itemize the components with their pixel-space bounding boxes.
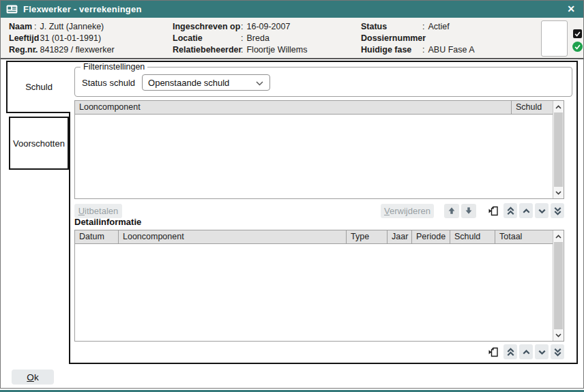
field-label: Huidige fase xyxy=(361,44,422,56)
select-value: Openstaande schuld xyxy=(148,78,229,88)
scroll-down-button[interactable] xyxy=(553,329,564,341)
header-field: Locatie : Breda xyxy=(173,33,307,44)
verwijderen-button[interactable]: Verwijderen xyxy=(381,204,434,218)
tab-schuld[interactable]: Schuld xyxy=(6,61,70,113)
next-row-button[interactable] xyxy=(535,344,549,359)
ok-label: Ok xyxy=(27,372,38,382)
close-button[interactable]: ✕ xyxy=(565,3,577,15)
chevron-down-icon xyxy=(256,81,263,86)
schuld-table[interactable]: Looncomponent Schuld xyxy=(74,100,564,199)
field-value: Breda xyxy=(246,33,269,44)
uitbetalen-label: Uitbetalen xyxy=(78,206,119,216)
ok-button[interactable]: Ok xyxy=(12,370,54,385)
schuld-action-row: Uitbetalen Verwijderen xyxy=(74,203,564,218)
header-field: Leeftijd : 31 (01-01-1991) xyxy=(9,33,115,44)
field-value: J. Zutt (Janneke) xyxy=(40,21,104,33)
field-value: Actief xyxy=(428,21,449,33)
column-header-looncomponent[interactable]: Looncomponent xyxy=(119,230,347,243)
flexwerker-dialog: Flexwerker - verrekeningen ✕ Naam : J. Z… xyxy=(0,0,584,389)
checkmark-icon xyxy=(574,30,581,37)
detail-title: Detailinformatie xyxy=(74,217,141,227)
check-circle-glyph xyxy=(574,43,581,50)
screenshot-canvas: Flexwerker - verrekeningen ✕ Naam : J. Z… xyxy=(0,0,584,392)
photo-placeholder xyxy=(541,20,568,57)
column-header-looncomponent[interactable]: Looncomponent xyxy=(75,101,512,114)
filter-fieldset: Filterinstellingen Status schuld Opensta… xyxy=(74,67,572,97)
detail-table-scrollbar[interactable] xyxy=(553,230,564,341)
record-nav-group xyxy=(484,203,564,218)
scroll-thumb[interactable] xyxy=(554,242,563,329)
field-separator: : xyxy=(34,21,40,33)
verwijderen-label: Verwijderen xyxy=(384,206,430,216)
filter-row: Status schuld Openstaande schuld xyxy=(82,67,270,97)
field-separator: : xyxy=(422,21,428,33)
field-label: Locatie xyxy=(173,33,241,44)
column-header-datum[interactable]: Datum xyxy=(75,230,119,243)
double-chevron-down-icon xyxy=(553,347,563,357)
arrow-down-icon xyxy=(464,206,473,215)
first-row-button[interactable] xyxy=(503,344,517,359)
detail-record-nav-group xyxy=(74,344,564,359)
schuld-table-scrollbar[interactable] xyxy=(553,101,564,198)
next-row-button[interactable] xyxy=(535,203,549,218)
field-separator: : xyxy=(241,44,246,56)
chevron-up-icon xyxy=(521,347,531,357)
status-schuld-label: Status schuld xyxy=(82,78,135,88)
move-down-button[interactable] xyxy=(461,204,476,218)
chevron-down-icon xyxy=(555,191,561,195)
chevron-up-icon xyxy=(521,206,531,216)
detail-table[interactable]: Datum Looncomponent Type Jaar Periode Sc… xyxy=(74,230,564,342)
prev-row-button[interactable] xyxy=(519,344,533,359)
app-card-icon xyxy=(6,5,18,14)
header-field: Naam : J. Zutt (Janneke) xyxy=(9,21,115,33)
scroll-down-button[interactable] xyxy=(553,187,564,198)
field-label: Naam xyxy=(9,21,34,33)
uitbetalen-button[interactable]: Uitbetalen xyxy=(74,204,122,218)
last-row-button[interactable] xyxy=(551,344,564,359)
last-row-button[interactable] xyxy=(551,203,564,218)
tab-voorschotten-label: Voorschotten xyxy=(13,138,65,149)
new-record-icon xyxy=(488,346,499,358)
scroll-thumb[interactable] xyxy=(554,112,563,187)
column-header-jaar[interactable]: Jaar xyxy=(388,230,412,243)
column-header-type[interactable]: Type xyxy=(347,230,388,243)
scroll-up-button[interactable] xyxy=(553,230,564,242)
chevron-down-icon xyxy=(555,333,561,337)
titlebar: Flexwerker - verrekeningen ✕ xyxy=(1,1,583,18)
new-record-button[interactable] xyxy=(486,203,501,218)
header-column-registration: Ingeschreven op : 16-09-2007 Locatie : B… xyxy=(173,21,307,56)
new-record-button[interactable] xyxy=(486,344,501,359)
arrow-up-icon xyxy=(447,206,456,215)
double-chevron-up-icon xyxy=(506,206,516,216)
chevron-up-icon xyxy=(555,105,561,109)
header-field: Status : Actief xyxy=(361,21,475,33)
new-record-icon xyxy=(488,205,499,217)
field-separator: : xyxy=(422,44,428,56)
field-separator: : xyxy=(241,21,246,33)
column-header-schuld[interactable]: Schuld xyxy=(512,101,553,114)
field-separator: : xyxy=(34,33,40,44)
active-checkbox[interactable] xyxy=(573,29,582,38)
field-label: Dossiernummer xyxy=(361,33,422,44)
header-field: Ingeschreven op : 16-09-2007 xyxy=(173,21,307,33)
field-value: Floortje Willems xyxy=(246,44,307,56)
scroll-up-button[interactable] xyxy=(553,101,564,112)
status-schuld-select[interactable]: Openstaande schuld xyxy=(142,74,270,91)
field-separator: : xyxy=(422,33,428,44)
chevron-up-icon xyxy=(555,235,561,239)
tab-schuld-label: Schuld xyxy=(25,82,53,92)
detail-table-header: Datum Looncomponent Type Jaar Periode Sc… xyxy=(75,230,553,244)
move-up-button[interactable] xyxy=(444,204,459,218)
tab-voorschotten[interactable]: Voorschotten xyxy=(9,117,69,170)
chevron-down-icon xyxy=(537,206,547,216)
column-header-schuld[interactable]: Schuld xyxy=(450,230,495,243)
column-header-periode[interactable]: Periode xyxy=(412,230,450,243)
field-value: 841829 / flexwerker xyxy=(40,44,114,56)
header-column-status: Status : Actief Dossiernummer : Huidige … xyxy=(361,21,475,56)
column-header-totaal[interactable]: Totaal xyxy=(495,230,553,243)
prev-row-button[interactable] xyxy=(519,203,533,218)
first-row-button[interactable] xyxy=(503,203,517,218)
header-column-person: Naam : J. Zutt (Janneke) Leeftijd : 31 (… xyxy=(9,21,115,56)
status-ok-icon xyxy=(572,42,583,52)
window-title: Flexwerker - verrekeningen xyxy=(23,4,142,14)
